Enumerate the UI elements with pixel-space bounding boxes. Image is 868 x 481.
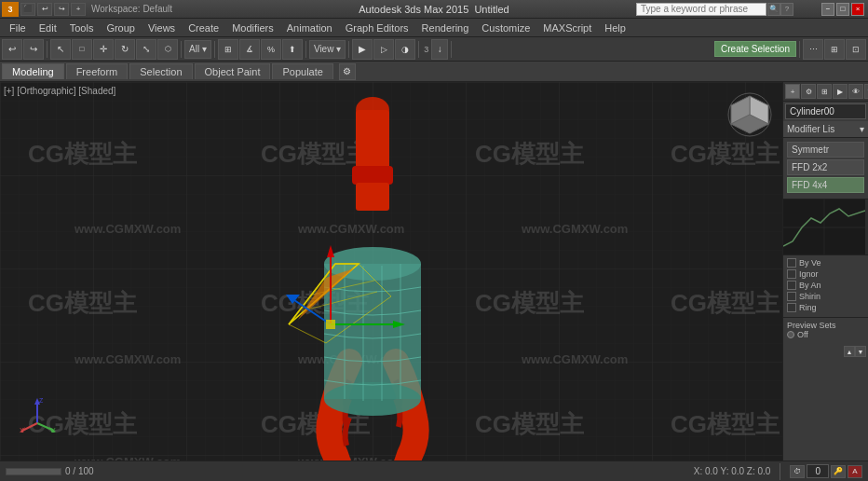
rp-icon-hierarchy[interactable]: ⊞ — [817, 84, 832, 99]
extra-btn-1[interactable]: ⋯ — [803, 39, 823, 60]
search-input[interactable] — [636, 3, 766, 16]
menu-maxscript[interactable]: MAXScript — [537, 21, 597, 35]
view-dropdown[interactable]: View ▾ — [309, 40, 346, 59]
checkbox-byvertex: By Ve — [787, 258, 864, 268]
window-title: Autodesk 3ds Max 2015 Untitled — [359, 4, 509, 15]
nav-cube-svg — [726, 91, 773, 138]
tab-selection[interactable]: Selection — [129, 63, 192, 79]
help-icon[interactable]: ? — [780, 3, 793, 16]
select-region-button[interactable]: □ — [72, 39, 92, 60]
checkbox-byvertex-input[interactable] — [787, 258, 796, 268]
rp-icon-utils[interactable]: 🔧 — [864, 84, 868, 99]
menu-edit[interactable]: Edit — [34, 21, 62, 35]
select-object-button[interactable]: ↖ — [50, 39, 71, 60]
time-config-btn[interactable]: ⏱ — [790, 465, 805, 478]
tab-populate[interactable]: Populate — [272, 63, 332, 79]
minimize-button[interactable]: − — [821, 3, 834, 16]
max-logo: 3 — [2, 2, 19, 17]
create-selection-button[interactable]: Create Selection — [714, 41, 796, 57]
rp-checkboxes-section: By Ve Ignor By An Shirin Ring — [783, 255, 868, 317]
quick-render-button[interactable]: ▷ — [373, 39, 394, 60]
close-button[interactable]: × — [851, 3, 864, 16]
status-coords: X: 0.0 Y: 0.0 Z: 0.0 — [694, 466, 771, 476]
tab-object-paint[interactable]: Object Paint — [195, 63, 271, 79]
axis-svg: Z Y X — [19, 395, 56, 433]
menu-animation[interactable]: Animation — [281, 21, 338, 35]
model-svg — [0, 82, 782, 460]
checkbox-byvertex-label: By Ve — [799, 258, 821, 268]
checkbox-shirin-input[interactable] — [787, 292, 796, 301]
checkbox-byangle-label: By An — [799, 281, 821, 290]
checkbox-ignore-input[interactable] — [787, 269, 796, 279]
num-btn[interactable]: ↓ — [431, 39, 448, 60]
viewport[interactable]: CG模型主 CG模型主 CG模型主 CG模型主 CG模型主 CG模型主 CG模型… — [0, 82, 782, 460]
scroll-up-btn[interactable]: ▲ — [844, 346, 855, 357]
menu-rendering[interactable]: Rendering — [416, 21, 475, 35]
search-icon[interactable]: 🔍 — [767, 3, 780, 16]
checkbox-byangle: By An — [787, 281, 864, 290]
svg-text:Z: Z — [39, 397, 44, 404]
modifier-symmetry[interactable]: Symmetr — [787, 142, 864, 158]
spinner-snap[interactable]: ⬆ — [282, 39, 303, 60]
menu-help[interactable]: Help — [599, 21, 631, 35]
checkbox-shirin-label: Shirin — [799, 292, 821, 301]
tb-small-3[interactable]: ↪ — [54, 3, 69, 16]
right-panel: + ⚙ ⊞ ▶ 👁 🔧 Cylinder00 Modifier Lis ▾ Sy… — [782, 82, 868, 460]
tab-freeform[interactable]: Freeform — [66, 63, 129, 79]
rp-tab-icons: + ⚙ ⊞ ▶ 👁 🔧 — [783, 82, 868, 102]
menu-tools[interactable]: Tools — [64, 21, 100, 35]
menu-modifiers[interactable]: Modifiers — [226, 21, 279, 35]
maximize-button[interactable]: □ — [836, 3, 849, 16]
key-frame-btn[interactable]: 🔑 — [831, 465, 846, 478]
tb-small-2[interactable]: ↩ — [37, 3, 52, 16]
checkbox-ignore: Ignor — [787, 269, 864, 279]
checkbox-byangle-input[interactable] — [787, 281, 796, 290]
sep-7 — [451, 41, 452, 58]
nav-cube[interactable] — [726, 91, 773, 138]
percent-snap[interactable]: % — [261, 39, 281, 60]
menu-bar: File Edit Tools Group Views Create Modif… — [0, 19, 868, 37]
select-move-button[interactable]: ✛ — [93, 39, 114, 60]
redo-button[interactable]: ↪ — [23, 39, 44, 60]
rotate-button[interactable]: ↻ — [115, 39, 135, 60]
sep-4 — [305, 41, 306, 58]
menu-views[interactable]: Views — [142, 21, 181, 35]
squash-button[interactable]: ⬡ — [157, 39, 178, 60]
undo-button[interactable]: ↩ — [2, 39, 22, 60]
render-scene-button[interactable]: ▶ — [352, 39, 373, 60]
angle-snap[interactable]: ∡ — [239, 39, 260, 60]
scale-button[interactable]: ⤡ — [136, 39, 156, 60]
modifier-list-arrow: ▾ — [860, 124, 864, 134]
modifier-list-header: Modifier Lis ▾ — [783, 121, 868, 138]
tab-settings-btn[interactable]: ⚙ — [339, 63, 356, 80]
menu-graph-editors[interactable]: Graph Editors — [340, 21, 414, 35]
tb-small-1[interactable]: ⬛ — [20, 3, 35, 16]
rp-icon-motion[interactable]: ▶ — [833, 84, 848, 99]
menu-create[interactable]: Create — [183, 21, 224, 35]
rp-icon-display[interactable]: 👁 — [848, 84, 863, 99]
checkbox-ring-input[interactable] — [787, 303, 796, 312]
object-name-field[interactable]: Cylinder00 — [785, 103, 866, 119]
rp-graph-area — [783, 199, 868, 255]
modifier-ffd4x4[interactable]: FFD 4x4 — [787, 177, 864, 193]
tab-modeling[interactable]: Modeling — [2, 63, 64, 79]
progress-text: 0 / 100 — [65, 466, 94, 476]
menu-file[interactable]: File — [4, 21, 32, 35]
modifier-ffd2x2[interactable]: FFD 2x2 — [787, 159, 864, 175]
menu-group[interactable]: Group — [101, 21, 141, 35]
rp-preview-section: Preview Sets Off — [783, 317, 868, 344]
active-shade-button[interactable]: ◑ — [395, 39, 415, 60]
preview-off-radio[interactable] — [787, 331, 794, 338]
snap-toggle[interactable]: ⊞ — [218, 39, 238, 60]
filter-dropdown[interactable]: All ▾ — [184, 40, 211, 59]
rp-icon-create[interactable]: + — [785, 84, 800, 99]
extra-btn-2[interactable]: ⊞ — [824, 39, 845, 60]
menu-customize[interactable]: Customize — [476, 21, 536, 35]
rp-icon-modify[interactable]: ⚙ — [801, 84, 816, 99]
scroll-down-btn[interactable]: ▼ — [855, 346, 866, 357]
tb-small-4[interactable]: + — [71, 3, 86, 16]
sep-1 — [47, 41, 47, 58]
sep-2 — [181, 41, 182, 58]
auto-key-btn[interactable]: A — [848, 465, 862, 478]
extra-btn-3[interactable]: ⊡ — [846, 39, 866, 60]
